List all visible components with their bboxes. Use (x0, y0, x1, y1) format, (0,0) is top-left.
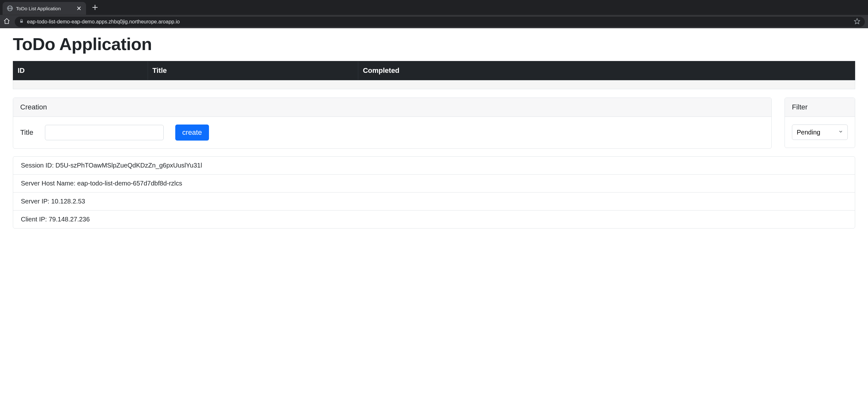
filter-select-wrap: Pending (792, 125, 848, 140)
filter-card: Filter Pending (784, 98, 855, 148)
create-button[interactable]: create (175, 125, 209, 140)
filter-body: Pending (785, 117, 855, 148)
session-label: Session ID: (21, 162, 56, 169)
table-header-row: ID Title Completed (13, 61, 855, 80)
globe-icon (7, 5, 13, 11)
column-header-id: ID (13, 61, 148, 80)
close-icon[interactable] (76, 6, 82, 11)
lock-icon (19, 19, 24, 25)
new-tab-button[interactable] (91, 3, 99, 12)
server-host-label: Server Host Name: (21, 180, 78, 187)
column-header-completed: Completed (358, 61, 855, 80)
creation-body: Title create (13, 117, 771, 148)
url-text: eap-todo-list-demo-eap-demo.apps.zhbq0ji… (27, 19, 851, 25)
server-ip-value: 10.128.2.53 (51, 198, 85, 205)
info-server-host: Server Host Name: eap-todo-list-demo-657… (13, 174, 855, 193)
creation-card: Creation Title create (13, 98, 772, 149)
client-ip-value: 79.148.27.236 (49, 216, 90, 223)
panels-row: Creation Title create Filter Pending (13, 98, 855, 149)
todo-table: ID Title Completed (13, 61, 855, 89)
creation-header: Creation (13, 98, 771, 117)
home-icon[interactable] (3, 18, 10, 26)
page-title: ToDo Application (13, 34, 855, 54)
title-input[interactable] (45, 125, 164, 140)
svg-marker-1 (855, 18, 860, 24)
table-empty-row (13, 80, 855, 89)
browser-tab[interactable]: ToDo List Application (3, 2, 86, 15)
browser-chrome: ToDo List Application eap-todo-list-demo… (0, 0, 868, 28)
bookmark-star-icon[interactable] (854, 18, 860, 26)
title-label: Title (20, 128, 33, 137)
toolbar: eap-todo-list-demo-eap-demo.apps.zhbq0ji… (0, 15, 868, 28)
page-content: ToDo Application ID Title Completed Crea… (0, 34, 868, 241)
info-server-ip: Server IP: 10.128.2.53 (13, 193, 855, 211)
tab-title: ToDo List Application (16, 6, 73, 11)
info-client-ip: Client IP: 79.148.27.236 (13, 211, 855, 228)
svg-rect-0 (20, 21, 23, 23)
info-list: Session ID: D5U-szPhTOawMSlpZueQdKDzZn_g… (13, 156, 855, 228)
client-ip-label: Client IP: (21, 216, 49, 223)
info-session: Session ID: D5U-szPhTOawMSlpZueQdKDzZn_g… (13, 157, 855, 174)
tab-strip: ToDo List Application (0, 0, 868, 15)
address-bar[interactable]: eap-todo-list-demo-eap-demo.apps.zhbq0ji… (15, 17, 865, 27)
server-ip-label: Server IP: (21, 198, 51, 205)
filter-header: Filter (785, 98, 855, 117)
filter-select[interactable]: Pending (792, 125, 848, 140)
column-header-title: Title (148, 61, 358, 80)
session-value: D5U-szPhTOawMSlpZueQdKDzZn_g6pxUuslYu31l (56, 162, 202, 169)
server-host-value: eap-todo-list-demo-657d7dbf8d-rzlcs (78, 180, 182, 187)
